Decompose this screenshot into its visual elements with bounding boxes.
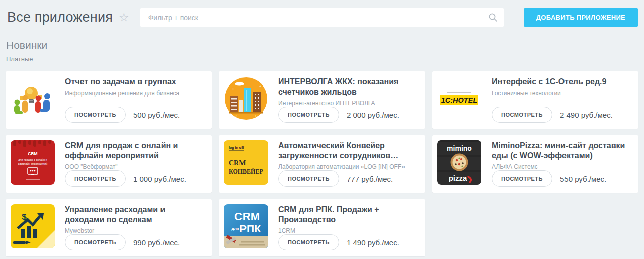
card-body: ИНТЕРВОЛГА ЖКХ: показания счетчиков жиль… xyxy=(278,76,420,124)
app-card[interactable]: mimino pizza MiminoPizza: мини-сайт дост… xyxy=(432,135,638,193)
app-card[interactable]: CRM для продаж с онлайн и оффлайн меропр… xyxy=(6,135,212,193)
svg-text:КОНВЕЙЕР: КОНВЕЙЕР xyxy=(229,168,263,175)
app-card[interactable]: + + ○ + ИНТЕРВОЛГА ЖКХ: показания счетчи… xyxy=(219,71,425,129)
svg-text:mimino: mimino xyxy=(447,144,472,152)
card-actions: ПОСМОТРЕТЬ 550 руб./мес. xyxy=(492,170,633,188)
marketplace-page: Все приложения ☆ ДОБАВИТЬ ПРИЛОЖЕНИЕ Нов… xyxy=(0,0,644,256)
svg-text:○: ○ xyxy=(235,113,237,118)
search-wrap xyxy=(140,8,504,27)
card-actions: ПОСМОТРЕТЬ 2 490 руб./мес. xyxy=(492,107,633,124)
page-title: Все приложения xyxy=(7,10,113,25)
app-vendor: ООО "Вебформат" xyxy=(65,163,207,170)
view-button[interactable]: ПОСМОТРЕТЬ xyxy=(65,107,126,123)
card-body: MiminoPizza: мини-сайт доставки еды (с W… xyxy=(492,140,633,188)
card-actions: ПОСМОТРЕТЬ 1 000 руб./мес. xyxy=(65,170,207,188)
app-vendor: АЛЬФА Системс xyxy=(492,163,633,170)
card-body: Управление расходами и доходами по сделк… xyxy=(65,204,207,251)
view-button[interactable]: ПОСМОТРЕТЬ xyxy=(492,170,552,187)
app-title: Отчет по задачам в группах xyxy=(65,77,207,87)
app-price: 2 490 руб./мес. xyxy=(560,111,613,119)
apps-grid: Отчет по задачам в группах Информационны… xyxy=(0,71,644,256)
section-title: Новинки xyxy=(6,39,644,51)
app-vendor: Интернет-агентство ИНТЕРВОЛГА xyxy=(278,100,420,107)
svg-text:для: для xyxy=(232,226,239,231)
svg-text:CRM: CRM xyxy=(234,210,260,223)
app-title: Управление расходами и доходами по сделк… xyxy=(65,205,207,225)
app-card[interactable]: log in off CRM КОНВЕЙЕР Автоматический К… xyxy=(219,135,425,193)
search-input[interactable] xyxy=(140,8,504,27)
subsection-title: Платные xyxy=(6,55,644,63)
app-price: 1 000 руб./мес. xyxy=(133,175,186,183)
page-header: Все приложения ☆ ДОБАВИТЬ ПРИЛОЖЕНИЕ xyxy=(0,0,644,32)
app-price: 1 490 руб./мес. xyxy=(347,238,399,247)
app-price: 550 руб./мес. xyxy=(560,175,606,183)
view-button[interactable]: ПОСМОТРЕТЬ xyxy=(492,107,552,123)
app-card[interactable]: Отчет по задачам в группах Информационны… xyxy=(6,71,212,129)
app-vendor: Информационные решения для бизнеса xyxy=(65,90,207,97)
app-title: CRM для РПК. Продажи + Производство xyxy=(278,205,420,225)
view-button[interactable]: ПОСМОТРЕТЬ xyxy=(278,107,339,123)
svg-text:CRM: CRM xyxy=(28,151,37,156)
view-button[interactable]: ПОСМОТРЕТЬ xyxy=(278,234,339,250)
card-actions: ПОСМОТРЕТЬ 500 руб./мес. xyxy=(65,107,207,124)
add-application-button[interactable]: ДОБАВИТЬ ПРИЛОЖЕНИЕ xyxy=(524,8,638,27)
app-vendor: Гостиничные технологии xyxy=(492,90,633,97)
favorite-star-icon[interactable]: ☆ xyxy=(119,12,129,23)
svg-text:1С:HOTEL: 1С:HOTEL xyxy=(441,96,478,104)
app-card[interactable]: CRM для РПК CRM для РПК. Продажи + Произ… xyxy=(219,199,425,256)
app-title: CRM для продаж с онлайн и оффлайн меропр… xyxy=(65,141,207,161)
svg-text:CRM: CRM xyxy=(229,159,246,167)
svg-text:pizza: pizza xyxy=(449,174,467,182)
svg-text:РПК: РПК xyxy=(239,223,261,234)
crm-rpk-logo: CRM для РПК xyxy=(224,204,268,248)
svg-text:+: + xyxy=(254,114,257,118)
app-price: 500 руб./мес. xyxy=(133,111,180,119)
card-actions: ПОСМОТРЕТЬ 990 руб./мес. xyxy=(65,234,207,251)
card-body: CRM для РПК. Продажи + Производство 1CRM… xyxy=(278,204,420,251)
view-button[interactable]: ПОСМОТРЕТЬ xyxy=(65,234,126,250)
app-price: 777 руб./мес. xyxy=(347,175,393,183)
webformat-crm-logo: CRM для продаж с онлайн и оффлайн меропр… xyxy=(11,140,55,185)
title-wrap: Все приложения ☆ xyxy=(7,10,129,25)
teamwork-figures-icon xyxy=(11,76,55,121)
card-body: Автоматический Конвейер загруженности со… xyxy=(278,140,420,188)
card-body: CRM для продаж с онлайн и оффлайн меропр… xyxy=(65,140,207,188)
card-body: Интерфейс с 1С-Отель ред.9 Гостиничные т… xyxy=(492,76,633,124)
svg-text:+: + xyxy=(259,84,261,88)
svg-text:+: + xyxy=(232,87,234,92)
app-vendor: 1CRM xyxy=(278,227,420,234)
card-body: Отчет по задачам в группах Информационны… xyxy=(65,76,207,124)
svg-text:$: $ xyxy=(22,212,27,222)
app-title: ИНТЕРВОЛГА ЖКХ: показания счетчиков жиль… xyxy=(278,77,420,97)
app-vendor: Mywebstor xyxy=(65,227,207,234)
card-actions: ПОСМОТРЕТЬ 777 руб./мес. xyxy=(278,170,420,188)
view-button[interactable]: ПОСМОТРЕТЬ xyxy=(278,170,339,187)
app-vendor: Лаборатория автоматизации «LOG [IN] OFF» xyxy=(278,163,420,170)
app-title: Автоматический Конвейер загруженности со… xyxy=(278,141,420,161)
crm-conveyor-logo: log in off CRM КОНВЕЙЕР xyxy=(224,140,268,185)
card-actions: ПОСМОТРЕТЬ 1 490 руб./мес. xyxy=(278,234,420,251)
finance-chart-icon: $ xyxy=(11,204,55,248)
app-price: 990 руб./мес. xyxy=(133,238,180,247)
svg-text:для продаж с онлайн и: для продаж с онлайн и xyxy=(18,158,47,161)
app-card[interactable]: 1С:HOTEL Интерфейс с 1С-Отель ред.9 Гост… xyxy=(432,71,638,129)
mimino-pizza-logo: mimino pizza xyxy=(437,140,481,185)
app-title: MiminoPizza: мини-сайт доставки еды (с W… xyxy=(492,141,633,161)
1c-hotel-logo: 1С:HOTEL xyxy=(437,76,481,121)
view-button[interactable]: ПОСМОТРЕТЬ xyxy=(65,170,126,187)
app-title: Интерфейс с 1С-Отель ред.9 xyxy=(492,77,633,87)
svg-text:оффлайн мероприятий: оффлайн мероприятий xyxy=(18,162,47,165)
search-icon[interactable] xyxy=(488,13,498,22)
card-actions: ПОСМОТРЕТЬ 2 000 руб./мес. xyxy=(278,107,420,124)
app-price: 2 000 руб./мес. xyxy=(347,111,399,119)
app-card[interactable]: $ Управление расходами и доходами по сде… xyxy=(6,199,212,256)
city-buildings-icon: + + ○ + xyxy=(224,76,268,121)
svg-text:log in off: log in off xyxy=(229,146,244,150)
